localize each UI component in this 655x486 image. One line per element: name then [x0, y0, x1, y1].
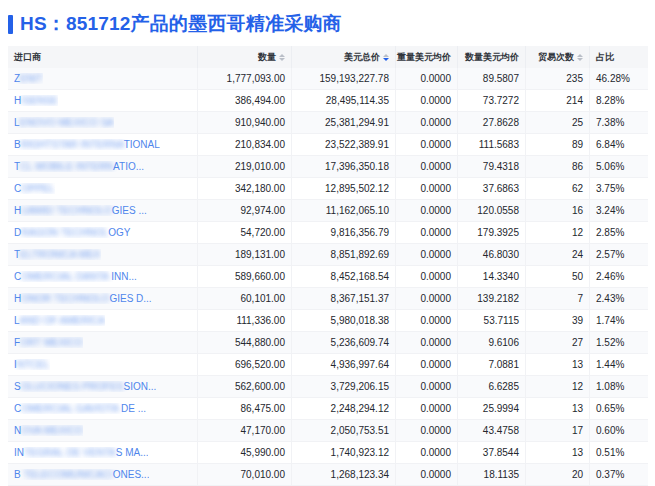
share-cell: 0.51% — [590, 442, 648, 463]
sort-asc-icon[interactable] — [577, 54, 583, 57]
importer-cell: ZENIT — [8, 68, 198, 89]
quantity-avg-cell: 120.0558 — [458, 200, 526, 221]
importer-link[interactable]: LAND OF AMERICA — [14, 315, 105, 326]
weight-avg-cell: 0.0000 — [396, 398, 458, 419]
importer-link[interactable]: ZENIT — [14, 73, 43, 84]
importer-link[interactable]: INTEGRAL DE VENTAS MA... — [14, 447, 148, 458]
trade-count-cell: 13 — [526, 398, 590, 419]
weight-avg-cell: 0.0000 — [396, 332, 458, 353]
quantity-cell: 86,475.00 — [198, 398, 292, 419]
trade-count-cell: 20 — [526, 464, 590, 485]
share-cell: 2.46% — [590, 266, 648, 287]
importer-link[interactable]: COPPEL — [14, 183, 55, 194]
quantity-avg-cell: 9.6106 — [458, 332, 526, 353]
importer-cell: COMERCIAL GAVIOTA DE ... — [8, 398, 198, 419]
trade-count-cell: 7 — [526, 288, 590, 309]
importer-link[interactable]: COMERCIAL DANTA INN... — [14, 271, 137, 282]
weight-avg-cell: 0.0000 — [396, 464, 458, 485]
importer-name-visible: B — [14, 139, 21, 150]
importer-link[interactable]: TCL MOBILE INTERNATIO... — [14, 161, 144, 172]
column-header-quantity[interactable]: 数量 — [198, 46, 292, 68]
column-header-label: 数量美元均价 — [465, 51, 519, 64]
importer-name-visible: DE ... — [118, 403, 146, 414]
importer-cell: FORT MEXICO — [8, 332, 198, 353]
column-header-trade-count[interactable]: 贸易次数 — [526, 46, 590, 68]
importer-link[interactable]: INTCEL — [14, 359, 50, 370]
usd-total-cell: 5,236,609.74 — [292, 332, 396, 353]
quantity-cell: 1,777,093.00 — [198, 68, 292, 89]
importer-name-censored: OMERCIAL GAVIOTA — [21, 403, 118, 414]
usd-total-cell: 17,396,350.18 — [292, 156, 396, 177]
importer-link[interactable]: NOVA MEXICO — [14, 425, 83, 436]
quantity-avg-cell: 79.4318 — [458, 156, 526, 177]
importer-cell: LENOVO MEXICO SA — [8, 112, 198, 133]
importer-link[interactable]: HONOR TECHNOLOGIES D... — [14, 293, 152, 304]
importer-name-censored: AND OF AMERICA — [20, 315, 106, 326]
share-cell: 1.08% — [590, 376, 648, 397]
usd-total-cell: 11,162,065.10 — [292, 200, 396, 221]
weight-avg-cell: 0.0000 — [396, 420, 458, 441]
importer-name-visible: GIES ... — [112, 205, 147, 216]
share-cell: 3.24% — [590, 200, 648, 221]
sort-icons[interactable] — [383, 54, 389, 61]
sort-desc-icon[interactable] — [383, 58, 389, 61]
importer-name-censored: OPPEL — [21, 183, 54, 194]
share-cell: 5.06% — [590, 156, 648, 177]
importer-link[interactable]: COMERCIAL GAVIOTA DE ... — [14, 403, 146, 414]
sort-icons[interactable] — [279, 54, 285, 61]
sort-icons[interactable] — [577, 54, 583, 61]
importer-link[interactable]: BRIGHTSTAR INTERNATIONAL — [14, 139, 160, 150]
trade-count-cell: 214 — [526, 90, 590, 111]
importer-name-visible: OGY — [108, 227, 130, 238]
sort-asc-icon[interactable] — [279, 54, 285, 57]
importer-link[interactable]: TELTRONICA MEX — [14, 249, 101, 260]
importer-link[interactable]: HISENSE — [14, 95, 58, 106]
trade-count-cell: 12 — [526, 376, 590, 397]
importer-name-visible: ATIO... — [113, 161, 144, 172]
importer-name-visible: S MA... — [116, 447, 149, 458]
quantity-cell: 219,010.00 — [198, 156, 292, 177]
importer-link[interactable]: B TELECOMUNICACIONES... — [14, 469, 149, 480]
usd-total-cell: 28,495,114.35 — [292, 90, 396, 111]
column-header-label: 美元总价 — [344, 51, 380, 64]
column-header-importer: 进口商 — [8, 46, 198, 68]
importer-name-censored: NTCEL — [17, 359, 50, 370]
importer-link[interactable]: LENOVO MEXICO SA — [14, 117, 114, 128]
importer-name-visible: B — [14, 469, 21, 480]
column-header-usd-total[interactable]: 美元总价 — [292, 46, 396, 68]
column-header-label: 数量 — [258, 51, 276, 64]
trade-count-cell: 62 — [526, 178, 590, 199]
importer-name-visible: TIONAL — [124, 139, 160, 150]
table-row: COMERCIAL DANTA INN... 589,660.00 8,452,… — [8, 266, 648, 288]
trade-count-cell: 39 — [526, 310, 590, 331]
usd-total-cell: 8,367,151.37 — [292, 288, 396, 309]
sort-asc-icon[interactable] — [383, 54, 389, 57]
importer-name-censored: CL MOBILE INTERN — [20, 161, 113, 172]
quantity-avg-cell: 14.3340 — [458, 266, 526, 287]
importer-link[interactable]: HUAWEI TECHNOLOGIES ... — [14, 205, 147, 216]
quantity-avg-cell: 37.6863 — [458, 178, 526, 199]
usd-total-cell: 3,729,206.15 — [292, 376, 396, 397]
table-row: HISENSE 386,494.00 28,495,114.35 0.0000 … — [8, 90, 648, 112]
quantity-cell: 910,940.00 — [198, 112, 292, 133]
quantity-cell: 342,180.00 — [198, 178, 292, 199]
table-row: ZENIT 1,777,093.00 159,193,227.78 0.0000… — [8, 68, 648, 90]
column-header-weight-avg: 重量美元均价 — [396, 46, 458, 68]
trade-count-cell: 50 — [526, 266, 590, 287]
importer-cell: TELTRONICA MEX — [8, 244, 198, 265]
importer-link[interactable]: SOLUCIONES PROFESSION... — [14, 381, 156, 392]
sort-desc-icon[interactable] — [577, 58, 583, 61]
importer-link[interactable]: DRAGON TECHNOLOGY — [14, 227, 131, 238]
importer-cell: DRAGON TECHNOLOGY — [8, 222, 198, 243]
title-accent-bar — [8, 15, 13, 34]
table-header-row: 进口商 数量 美元总价 重量美元均价 数量美元均价 贸易次数 占比 — [8, 46, 648, 68]
importer-link[interactable]: FORT MEXICO — [14, 337, 83, 348]
usd-total-cell: 8,851,892.69 — [292, 244, 396, 265]
weight-avg-cell: 0.0000 — [396, 134, 458, 155]
table-row: B TELECOMUNICACIONES... 70,010.00 1,268,… — [8, 464, 648, 486]
share-cell: 46.28% — [590, 68, 648, 89]
sort-desc-icon[interactable] — [279, 58, 285, 61]
share-cell: 0.65% — [590, 398, 648, 419]
quantity-cell: 589,660.00 — [198, 266, 292, 287]
usd-total-cell: 4,936,997.64 — [292, 354, 396, 375]
